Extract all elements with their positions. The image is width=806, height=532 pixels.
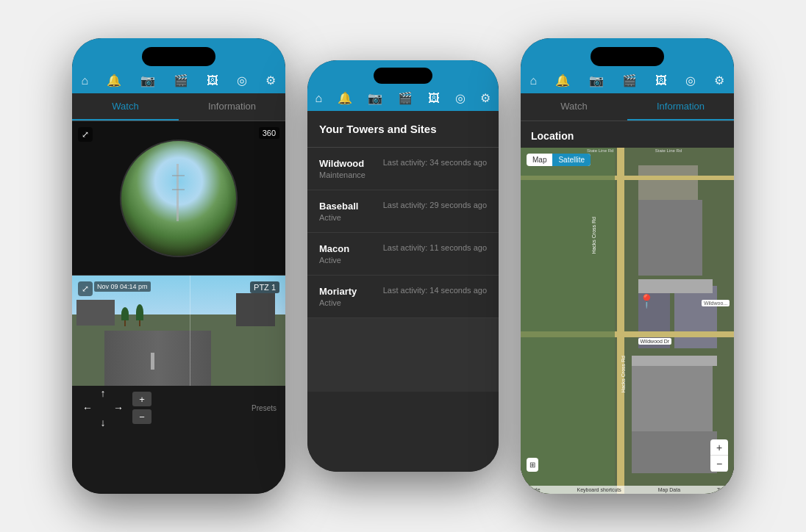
- map-building-1: [638, 200, 702, 276]
- map-label-wildwood: Wildwood Dr: [638, 338, 672, 345]
- ptz-view: ⤢ Nov 09 04:14 pm PTZ 1 ↑ ↓ ← → + −: [72, 276, 285, 430]
- ptz-controls: ↑ ↓ ← → + − Presets: [72, 386, 285, 430]
- tab-watch-3[interactable]: Watch: [521, 93, 627, 121]
- nav-bell-icon-1[interactable]: 🔔: [107, 73, 121, 87]
- map-road-hacks-cross: [617, 148, 624, 494]
- site-item-baseball[interactable]: Baseball Active Last activity: 29 second…: [307, 190, 499, 233]
- nav-bell-icon-3[interactable]: 🔔: [555, 73, 570, 87]
- site-name-macon: Macon: [319, 243, 349, 254]
- expand-icon-fisheye[interactable]: ⤢: [78, 127, 93, 142]
- road-label-hacks-cross: Hacks Cross Rd: [591, 217, 596, 254]
- site-status-baseball: Active: [319, 213, 358, 222]
- site-item-wildwood[interactable]: Wildwood Maintenance Last activity: 34 s…: [307, 148, 499, 190]
- site-status-wildwood: Maintenance: [319, 170, 365, 179]
- nav-settings-icon-3[interactable]: ⚙: [714, 73, 724, 87]
- fisheye-view: ⤢ 360: [72, 121, 285, 276]
- nav-settings-icon-1[interactable]: ⚙: [265, 73, 276, 87]
- nav-eye-icon-3[interactable]: ◎: [685, 73, 696, 87]
- site-item-macon[interactable]: Macon Active Last activity: 11 seconds a…: [307, 233, 499, 276]
- google-attribution: Google: [524, 487, 541, 492]
- map-tab-map[interactable]: Map: [527, 154, 552, 166]
- tree-1: [121, 307, 129, 326]
- nav-gallery-icon-2[interactable]: 🖼: [428, 92, 440, 105]
- nav-settings-icon-2[interactable]: ⚙: [480, 91, 491, 105]
- map-shortcuts: Keyboard shortcuts: [577, 487, 621, 492]
- site-list: Wildwood Maintenance Last activity: 34 s…: [307, 148, 499, 472]
- map-tab-satellite[interactable]: Satellite: [552, 154, 591, 166]
- map-terms: Terms: [717, 487, 731, 492]
- map-data: Map Data: [658, 487, 680, 492]
- nav-camera-icon-1[interactable]: 📷: [140, 73, 155, 87]
- fisheye-overlay: [121, 141, 236, 256]
- site-item-moriarty[interactable]: Moriarty Active Last activity: 14 second…: [307, 276, 499, 318]
- zoom-in-btn[interactable]: +: [132, 392, 151, 406]
- nav-home-icon-1[interactable]: ⌂: [82, 74, 89, 87]
- site-name-moriarty: Moriarty: [319, 286, 357, 297]
- dpad: ↑ ↓ ← →: [81, 386, 125, 430]
- layers-icon: ⊞: [529, 461, 535, 469]
- map-parking-2: [632, 356, 717, 366]
- map-label-state-line: State Line Rd: [585, 148, 616, 154]
- phone-3: ⌂ 🔔 📷 🎬 🖼 ◎ ⚙ Watch Information Location: [521, 38, 734, 494]
- nav-gallery-icon-3[interactable]: 🖼: [655, 74, 667, 87]
- nav-gallery-icon-1[interactable]: 🖼: [207, 74, 218, 87]
- nav-video-icon-3[interactable]: 🎬: [622, 73, 637, 87]
- map-building-5: [632, 362, 713, 431]
- nav-video-icon-1[interactable]: 🎬: [174, 73, 188, 87]
- nav-home-icon-3[interactable]: ⌂: [530, 74, 538, 87]
- map-zoom-in-btn[interactable]: +: [710, 439, 728, 456]
- map-green-1: [521, 148, 615, 494]
- dpad-up-btn[interactable]: ↑: [101, 387, 106, 399]
- site-activity-baseball: Last activity: 29 seconds ago: [383, 201, 487, 209]
- tab-watch-1[interactable]: Watch: [72, 93, 179, 121]
- map-building-2: [638, 165, 698, 200]
- map-location-pin: 📍: [638, 293, 655, 309]
- map-attribution: Google Keyboard shortcuts Map Data Terms: [521, 486, 734, 494]
- presets-button[interactable]: Presets: [252, 404, 277, 412]
- map-layers-btn[interactable]: ⊞: [527, 458, 538, 472]
- dynamic-island-3: [591, 47, 664, 66]
- ptz-timestamp: Nov 09 04:14 pm: [94, 281, 151, 292]
- nav-camera-icon-2[interactable]: 📷: [368, 91, 382, 105]
- nav-video-icon-2[interactable]: 🎬: [398, 91, 413, 105]
- map-container[interactable]: Hacks Cross Rd Hacks Cross Rd Wildwood D…: [521, 148, 734, 494]
- watch-content-1: ⤢ 360: [72, 121, 285, 494]
- dpad-left-btn[interactable]: ←: [82, 402, 93, 414]
- building-left: [76, 300, 115, 326]
- sites-empty-area: [307, 318, 499, 392]
- map-type-toggle: Map Satellite: [527, 154, 591, 166]
- dpad-down-btn[interactable]: ↓: [101, 417, 106, 428]
- site-activity-moriarty: Last activity: 14 seconds ago: [383, 286, 487, 295]
- badge-360: 360: [259, 127, 279, 139]
- tab-bar-3: Watch Information: [521, 93, 734, 121]
- map-zoom-out-btn[interactable]: −: [710, 456, 728, 472]
- phone-1: ⌂ 🔔 📷 🎬 🖼 ◎ ⚙ Watch Information ⤢ 360: [72, 38, 285, 494]
- nav-camera-icon-3[interactable]: 📷: [589, 73, 604, 87]
- satellite-map: Hacks Cross Rd Hacks Cross Rd Wildwood D…: [521, 148, 734, 494]
- ptz-badge: PTZ 1: [250, 281, 279, 293]
- zoom-out-btn[interactable]: −: [132, 409, 151, 424]
- tab-information-3[interactable]: Information: [627, 93, 734, 121]
- map-building-4: [674, 286, 717, 348]
- map-zoom-controls: + −: [710, 439, 728, 472]
- fisheye-circle: [120, 140, 238, 257]
- phone-2: ⌂ 🔔 📷 🎬 🖼 ◎ ⚙ Your Towers and Sites Wild…: [307, 60, 499, 472]
- map-label-wildwood-sign: Wildwoo...: [702, 300, 730, 306]
- dpad-right-btn[interactable]: →: [113, 402, 124, 414]
- dynamic-island-2: [374, 68, 432, 84]
- map-building-6: [632, 431, 717, 473]
- tab-information-1[interactable]: Information: [179, 93, 285, 121]
- tab-bar-1: Watch Information: [72, 93, 285, 121]
- nav-eye-icon-1[interactable]: ◎: [237, 73, 247, 87]
- nav-home-icon-2[interactable]: ⌂: [315, 92, 322, 105]
- dynamic-island-1: [142, 47, 215, 66]
- nav-eye-icon-2[interactable]: ◎: [455, 91, 466, 105]
- building-right: [236, 293, 274, 326]
- location-header: Location: [521, 121, 734, 148]
- site-name-wildwood: Wildwood: [319, 158, 365, 169]
- site-status-moriarty: Active: [319, 298, 357, 307]
- road-label-hacks-cross-2: Hacks Cross Rd: [621, 356, 626, 393]
- nav-bell-icon-2[interactable]: 🔔: [338, 91, 352, 105]
- map-parking-1: [638, 279, 713, 293]
- expand-icon-ptz[interactable]: ⤢: [78, 281, 93, 296]
